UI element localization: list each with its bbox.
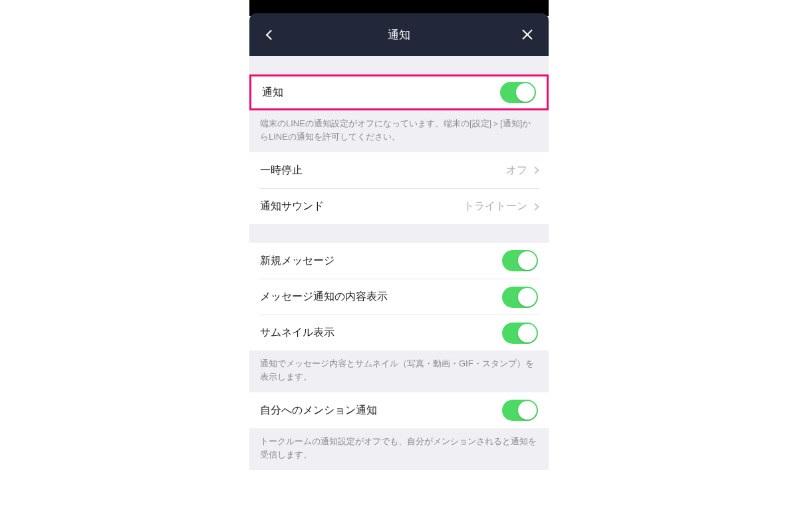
footer-notifications-master: 端末のLINEの通知設定がオフになっています。端末の[設定]＞[通知]からLIN… [249, 110, 549, 152]
label-message-preview: メッセージ通知の内容表示 [260, 290, 388, 304]
row-message-preview[interactable]: メッセージ通知の内容表示 [259, 279, 539, 315]
label-mention: 自分へのメンション通知 [260, 404, 377, 418]
section-sound: 一時停止 オフ 通知サウンド トライトーン [249, 152, 549, 224]
close-button[interactable] [519, 27, 535, 43]
chevron-left-icon [265, 29, 276, 40]
label-new-message: 新規メッセージ [260, 254, 334, 268]
highlight-box: 通知 [249, 74, 549, 110]
row-thumbnail[interactable]: サムネイル表示 [259, 315, 539, 350]
chevron-right-icon [531, 166, 539, 174]
label-pause: 一時停止 [260, 164, 303, 178]
row-new-message[interactable]: 新規メッセージ [249, 243, 549, 279]
label-notifications-master: 通知 [262, 86, 283, 100]
toggle-message-preview[interactable] [502, 287, 538, 308]
close-icon [521, 29, 533, 41]
row-mention[interactable]: 自分へのメンション通知 [249, 392, 549, 428]
toggle-notifications-master[interactable] [500, 82, 536, 103]
value-pause: オフ [506, 164, 527, 178]
section-message: 新規メッセージ メッセージ通知の内容表示 サムネイル表示 [249, 243, 549, 350]
label-thumbnail: サムネイル表示 [260, 326, 334, 340]
header-title: 通知 [388, 27, 410, 43]
row-pause[interactable]: 一時停止 オフ [249, 152, 549, 188]
row-notifications-master[interactable]: 通知 [251, 76, 547, 108]
toggle-new-message[interactable] [502, 250, 538, 271]
row-sound[interactable]: 通知サウンド トライトーン [259, 188, 539, 224]
label-sound: 通知サウンド [260, 200, 324, 213]
nav-header: 通知 [249, 13, 549, 56]
toggle-mention[interactable] [502, 400, 538, 421]
footer-mention: トークルームの通知設定がオフでも、自分がメンションされると通知を受信します。 [249, 428, 549, 470]
toggle-thumbnail[interactable] [502, 323, 538, 344]
footer-message: 通知でメッセージ内容とサムネイル（写真・動画・GIF・スタンプ）を表示します。 [249, 350, 549, 392]
back-button[interactable] [263, 27, 279, 43]
value-sound: トライトーン [464, 200, 527, 213]
section-mention: 自分へのメンション通知 [249, 392, 549, 428]
chevron-right-icon [531, 203, 539, 210]
phone-screen: 通知 通知 端末のLINEの通知設定がオフになっています。端末の[設定]＞[通知… [249, 0, 549, 470]
